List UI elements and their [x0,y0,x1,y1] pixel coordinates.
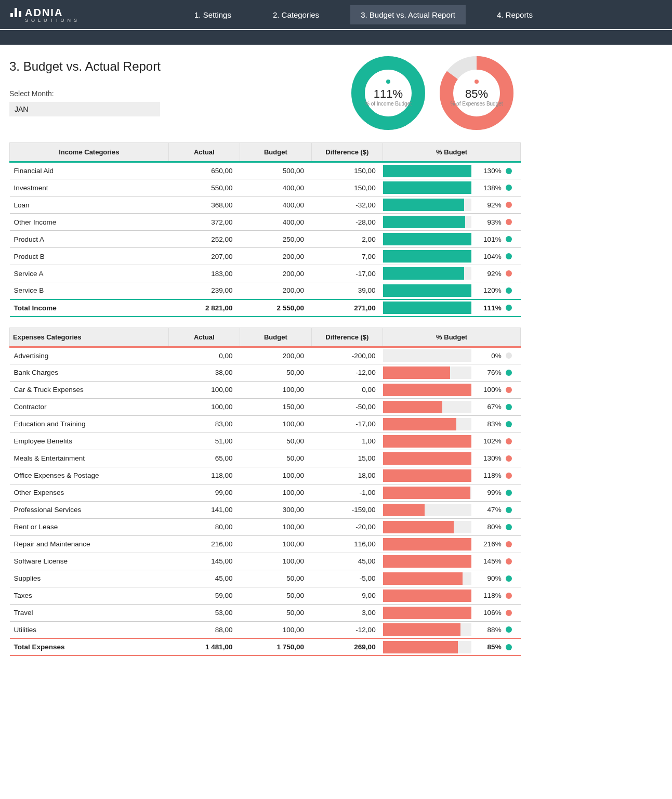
pct-bar-track [383,623,471,636]
status-dot-icon [506,473,512,479]
dot-icon [386,80,390,84]
nav-tab-3[interactable]: 4. Reports [486,5,543,24]
pct-bar-track [383,572,471,585]
cell-diff: 45,00 [311,553,383,570]
nav-tab-2[interactable]: 3. Budget vs. Actual Report [350,5,466,24]
pct-bar-fill [383,607,471,619]
cell-budget: 100,00 [240,518,312,535]
cell-diff: -50,00 [311,398,383,415]
cell-actual: 38,00 [168,364,240,381]
table-row: Investment550,00400,00150,00138% [10,179,521,197]
table-row: Employee Benefits51,0050,001,00102% [10,433,521,450]
nav-tab-0[interactable]: 1. Settings [184,5,242,24]
pct-bar-track [383,366,471,379]
cell-pct-budget: 85% [383,638,521,656]
cell-category: Supplies [10,570,169,587]
page-title: 3. Budget vs. Actual Report [9,59,349,74]
cell-budget: 200,00 [240,248,312,265]
cell-budget: 2 550,00 [240,299,312,317]
cell-actual: 53,00 [168,604,240,621]
cell-diff: 39,00 [311,282,383,299]
cell-actual: 650,00 [168,162,240,179]
income-hdr-budget: Budget [240,143,312,162]
pct-text: 104% [476,253,502,260]
table-row: Utilities88,00100,00-12,0088% [10,621,521,638]
status-dot-icon [506,421,512,427]
pct-bar-fill [383,487,470,499]
table-row: Rent or Lease80,00100,00-20,0080% [10,518,521,535]
pct-bar-fill [383,165,471,177]
pct-text: 118% [476,592,502,599]
cell-diff: 2,00 [311,231,383,248]
table-row: Contractor100,00150,00-50,0067% [10,398,521,415]
nav-tab-1[interactable]: 2. Categories [262,5,330,24]
cell-category: Total Income [10,299,169,317]
pct-bar-fill [383,250,471,263]
expense-hdr-cat: Expenses Categories [10,328,169,347]
pct-text: 67% [476,403,502,411]
status-dot-icon [506,270,512,277]
pct-bar-track [383,538,471,551]
pct-text: 85% [476,643,502,651]
cell-diff: 271,00 [311,299,383,317]
pct-text: 80% [476,523,502,531]
pct-text: 83% [476,420,502,428]
kpi-expense-pct: 85% [450,87,503,101]
cell-budget: 50,00 [240,570,312,587]
cell-diff: -12,00 [311,621,383,638]
cell-category: Repair and Maintenance [10,535,169,553]
cell-budget: 300,00 [240,501,312,518]
status-dot-icon [506,507,512,513]
cell-pct-budget: 101% [383,231,521,248]
cell-category: Other Income [10,214,169,231]
cell-actual: 2 821,00 [168,299,240,317]
cell-actual: 145,00 [168,553,240,570]
brand-logo: ADNIA SOLUTIONS [10,7,80,23]
cell-pct-budget: 106% [383,604,521,621]
table-row: Total Income2 821,002 550,00271,00111% [10,299,521,317]
pct-bar-fill [383,302,471,314]
pct-bar-track [383,487,471,499]
pct-text: 90% [476,574,502,582]
status-dot-icon [506,305,512,311]
cell-budget: 400,00 [240,197,312,214]
cell-diff: 3,00 [311,604,383,621]
cell-pct-budget: 99% [383,484,521,501]
pct-bar-fill [383,216,465,228]
status-dot-icon [506,185,512,191]
cell-actual: 207,00 [168,248,240,265]
cell-category: Financial Aid [10,162,169,179]
cell-diff: 150,00 [311,179,383,197]
cell-budget: 100,00 [240,467,312,484]
cell-pct-budget: 80% [383,518,521,535]
month-select-label: Select Month: [9,89,349,98]
income-hdr-pct: % Budget [383,143,521,162]
income-hdr-diff: Difference ($) [311,143,383,162]
sub-nav-bar [0,29,672,45]
cell-actual: 45,00 [168,570,240,587]
pct-text: 101% [476,235,502,243]
status-dot-icon [506,455,512,462]
cell-budget: 150,00 [240,398,312,415]
kpi-income-donut: 111% % of Income Budget [349,54,427,132]
cell-category: Office Expenses & Postage [10,467,169,484]
pct-bar-fill [383,418,456,430]
table-row: Other Income372,00400,00-28,0093% [10,214,521,231]
table-row: Other Expenses99,00100,00-1,0099% [10,484,521,501]
pct-bar-track [383,181,471,194]
table-row: Education and Training83,00100,00-17,008… [10,415,521,433]
cell-actual: 100,00 [168,381,240,398]
cell-diff: 0,00 [311,381,383,398]
pct-bar-track [383,302,471,314]
pct-bar-fill [383,572,463,585]
cell-category: Car & Truck Expenses [10,381,169,398]
pct-bar-track [383,267,471,280]
pct-bar-fill [383,199,464,211]
income-table: Income Categories Actual Budget Differen… [9,142,521,317]
cell-category: Meals & Entertainment [10,450,169,467]
table-row: Professional Services141,00300,00-159,00… [10,501,521,518]
cell-budget: 100,00 [240,535,312,553]
expense-hdr-budget: Budget [240,328,312,347]
income-hdr-cat: Income Categories [10,143,169,162]
month-select[interactable]: JAN [9,102,160,116]
